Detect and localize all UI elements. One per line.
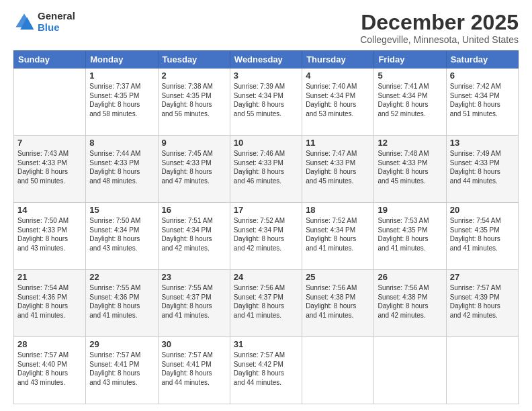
sunset-text: Sunset: 4:33 PM xyxy=(234,159,283,167)
sunset-text: Sunset: 4:35 PM xyxy=(89,92,139,99)
calendar-week-row: 1Sunrise: 7:37 AMSunset: 4:35 PMDaylight… xyxy=(14,68,519,136)
col-monday: Monday xyxy=(86,51,158,68)
sunset-text: Sunset: 4:33 PM xyxy=(450,159,500,167)
day-number: 26 xyxy=(378,272,442,282)
day-info: Sunrise: 7:56 AMSunset: 4:38 PMDaylight:… xyxy=(306,283,370,320)
sunrise-text: Sunrise: 7:52 AM xyxy=(306,217,357,224)
daylight-hours: Daylight: 8 hours xyxy=(378,235,428,242)
table-row: 3Sunrise: 7:39 AMSunset: 4:34 PMDaylight… xyxy=(230,68,302,136)
day-info: Sunrise: 7:56 AMSunset: 4:38 PMDaylight:… xyxy=(378,283,442,320)
sunrise-text: Sunrise: 7:55 AM xyxy=(162,284,213,291)
sunrise-text: Sunrise: 7:54 AM xyxy=(17,284,69,291)
daylight-hours: Daylight: 8 hours xyxy=(17,302,68,310)
col-sunday: Sunday xyxy=(14,51,86,68)
daylight-minutes: and 52 minutes. xyxy=(378,110,425,118)
day-info: Sunrise: 7:37 AMSunset: 4:35 PMDaylight:… xyxy=(89,82,154,118)
daylight-hours: Daylight: 8 hours xyxy=(162,302,212,310)
sunset-text: Sunset: 4:34 PM xyxy=(234,226,283,234)
day-number: 8 xyxy=(89,138,154,148)
sunrise-text: Sunrise: 7:48 AM xyxy=(378,150,429,157)
sunrise-text: Sunrise: 7:57 AM xyxy=(234,351,285,359)
sunrise-text: Sunrise: 7:43 AM xyxy=(17,150,69,157)
day-number: 14 xyxy=(17,205,82,215)
table-row: 12Sunrise: 7:48 AMSunset: 4:33 PMDayligh… xyxy=(374,136,446,203)
table-row: 14Sunrise: 7:50 AMSunset: 4:33 PMDayligh… xyxy=(14,203,86,270)
day-info: Sunrise: 7:51 AMSunset: 4:34 PMDaylight:… xyxy=(162,216,226,253)
logo-general-text: General xyxy=(38,11,75,22)
day-number: 28 xyxy=(17,339,82,349)
table-row: 11Sunrise: 7:47 AMSunset: 4:33 PMDayligh… xyxy=(302,136,374,203)
daylight-hours: Daylight: 8 hours xyxy=(17,235,68,242)
calendar-week-row: 21Sunrise: 7:54 AMSunset: 4:36 PMDayligh… xyxy=(14,270,519,337)
sunrise-text: Sunrise: 7:56 AM xyxy=(234,284,285,291)
daylight-minutes: and 55 minutes. xyxy=(234,110,281,118)
col-thursday: Thursday xyxy=(302,51,374,68)
table-row: 2Sunrise: 7:38 AMSunset: 4:35 PMDaylight… xyxy=(158,68,230,136)
sunset-text: Sunset: 4:35 PM xyxy=(162,92,212,99)
day-info: Sunrise: 7:52 AMSunset: 4:34 PMDaylight:… xyxy=(306,216,370,253)
table-row xyxy=(446,337,518,404)
daylight-minutes: and 42 minutes. xyxy=(450,312,498,319)
daylight-minutes: and 44 minutes. xyxy=(450,177,498,185)
daylight-minutes: and 56 minutes. xyxy=(162,110,210,118)
daylight-hours: Daylight: 8 hours xyxy=(450,302,500,310)
sunset-text: Sunset: 4:33 PM xyxy=(378,159,427,167)
sunrise-text: Sunrise: 7:49 AM xyxy=(450,150,501,157)
daylight-hours: Daylight: 8 hours xyxy=(234,235,284,242)
day-number: 10 xyxy=(234,138,298,148)
daylight-minutes: and 43 minutes. xyxy=(89,379,137,386)
sunset-text: Sunset: 4:34 PM xyxy=(162,226,212,234)
table-row xyxy=(302,337,374,404)
table-row: 4Sunrise: 7:40 AMSunset: 4:34 PMDaylight… xyxy=(302,68,374,136)
daylight-hours: Daylight: 8 hours xyxy=(234,369,284,377)
sunrise-text: Sunrise: 7:47 AM xyxy=(306,150,357,157)
daylight-minutes: and 43 minutes. xyxy=(17,379,65,386)
daylight-hours: Daylight: 8 hours xyxy=(306,302,356,310)
daylight-minutes: and 50 minutes. xyxy=(17,177,65,185)
sunrise-text: Sunrise: 7:53 AM xyxy=(378,217,429,224)
col-wednesday: Wednesday xyxy=(230,51,302,68)
sunset-text: Sunset: 4:33 PM xyxy=(306,159,355,167)
daylight-minutes: and 41 minutes. xyxy=(450,244,498,252)
day-info: Sunrise: 7:53 AMSunset: 4:35 PMDaylight:… xyxy=(378,216,442,253)
sunset-text: Sunset: 4:41 PM xyxy=(89,361,139,368)
sunset-text: Sunset: 4:33 PM xyxy=(17,159,67,167)
table-row xyxy=(374,337,446,404)
table-row: 30Sunrise: 7:57 AMSunset: 4:41 PMDayligh… xyxy=(158,337,230,404)
table-row: 1Sunrise: 7:37 AMSunset: 4:35 PMDaylight… xyxy=(86,68,158,136)
subtitle: Collegeville, Minnesota, United States xyxy=(360,34,519,45)
sunrise-text: Sunrise: 7:44 AM xyxy=(89,150,140,157)
day-info: Sunrise: 7:57 AMSunset: 4:41 PMDaylight:… xyxy=(162,351,226,387)
day-info: Sunrise: 7:45 AMSunset: 4:33 PMDaylight:… xyxy=(162,149,226,185)
sunrise-text: Sunrise: 7:37 AM xyxy=(89,83,140,90)
sunset-text: Sunset: 4:36 PM xyxy=(17,293,67,301)
day-info: Sunrise: 7:54 AMSunset: 4:35 PMDaylight:… xyxy=(450,216,515,253)
sunset-text: Sunset: 4:38 PM xyxy=(306,293,355,301)
day-info: Sunrise: 7:57 AMSunset: 4:42 PMDaylight:… xyxy=(234,351,298,387)
day-number: 20 xyxy=(450,205,515,215)
sunrise-text: Sunrise: 7:54 AM xyxy=(450,217,501,224)
day-info: Sunrise: 7:47 AMSunset: 4:33 PMDaylight:… xyxy=(306,149,370,185)
sunrise-text: Sunrise: 7:55 AM xyxy=(89,284,140,291)
daylight-hours: Daylight: 8 hours xyxy=(306,101,356,108)
header: General Blue December 2025 Collegeville,… xyxy=(13,11,519,45)
daylight-hours: Daylight: 8 hours xyxy=(89,302,140,310)
day-info: Sunrise: 7:54 AMSunset: 4:36 PMDaylight:… xyxy=(17,283,82,320)
daylight-minutes: and 47 minutes. xyxy=(162,177,210,185)
daylight-hours: Daylight: 8 hours xyxy=(89,369,140,377)
sunset-text: Sunset: 4:33 PM xyxy=(162,159,212,167)
calendar-header-row: Sunday Monday Tuesday Wednesday Thursday… xyxy=(14,51,519,68)
day-number: 24 xyxy=(234,272,298,282)
sunset-text: Sunset: 4:34 PM xyxy=(306,92,355,99)
col-tuesday: Tuesday xyxy=(158,51,230,68)
day-info: Sunrise: 7:56 AMSunset: 4:37 PMDaylight:… xyxy=(234,283,298,320)
daylight-minutes: and 41 minutes. xyxy=(306,312,353,319)
table-row xyxy=(14,68,86,136)
sunset-text: Sunset: 4:35 PM xyxy=(450,226,500,234)
daylight-minutes: and 58 minutes. xyxy=(89,110,137,118)
day-info: Sunrise: 7:55 AMSunset: 4:37 PMDaylight:… xyxy=(162,283,226,320)
sunrise-text: Sunrise: 7:57 AM xyxy=(17,351,69,359)
table-row: 19Sunrise: 7:53 AMSunset: 4:35 PMDayligh… xyxy=(374,203,446,270)
calendar-table: Sunday Monday Tuesday Wednesday Thursday… xyxy=(13,50,519,404)
day-info: Sunrise: 7:42 AMSunset: 4:34 PMDaylight:… xyxy=(450,82,515,118)
